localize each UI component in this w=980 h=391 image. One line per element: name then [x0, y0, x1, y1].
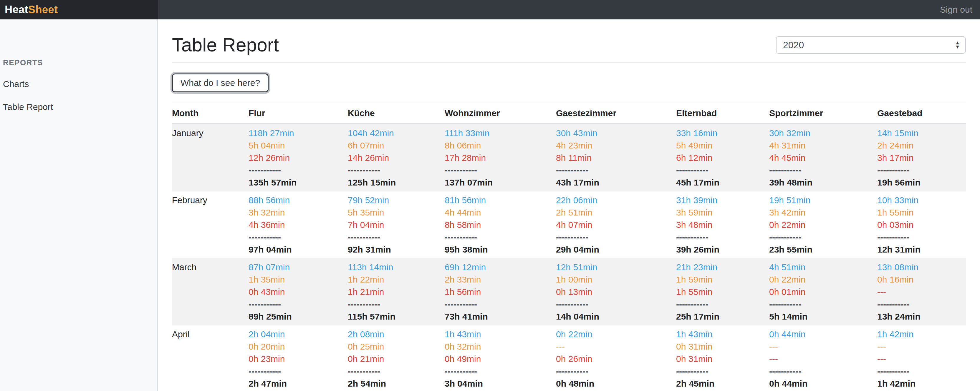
value-low: 4h 36min	[248, 219, 345, 231]
brand-logo-heat: Heat	[5, 3, 28, 16]
value-total: 2h 47min	[248, 377, 345, 390]
value-separator: -----------	[348, 231, 442, 244]
value-high: 31h 39min	[676, 194, 766, 206]
value-high: 4h 51min	[769, 261, 874, 274]
table-body: January118h 27min5h 04min12h 26min------…	[172, 124, 966, 391]
value-high: 30h 43min	[556, 127, 673, 139]
room-cell: 21h 23min1h 59min1h 55min-----------25h …	[676, 258, 769, 325]
value-low: 1h 21min	[348, 286, 442, 298]
value-high: 104h 42min	[348, 127, 442, 139]
room-cell: 22h 06min2h 51min4h 07min-----------29h …	[556, 191, 676, 258]
value-separator: -----------	[769, 164, 874, 176]
value-high: 0h 22min	[556, 328, 673, 340]
value-med: 5h 35min	[348, 206, 442, 219]
sidebar-item-charts[interactable]: Charts	[3, 79, 157, 89]
value-med: ---	[877, 340, 963, 353]
value-high: 1h 42min	[877, 328, 963, 340]
value-low: 3h 48min	[676, 219, 766, 231]
table-row: February88h 56min3h 32min4h 36min-------…	[172, 191, 966, 258]
value-separator: -----------	[556, 298, 673, 310]
value-med: 0h 25min	[348, 340, 442, 353]
value-separator: -----------	[348, 365, 442, 377]
sign-out-link[interactable]: Sign out	[940, 5, 972, 15]
report-table: Month Flur Küche Wohnzimmer Gaestezimmer…	[172, 103, 966, 391]
value-med: ---	[556, 340, 673, 353]
sidebar: REPORTS Charts Table Report	[0, 19, 158, 391]
value-separator: -----------	[445, 298, 553, 310]
brand-area: HeatSheet	[0, 0, 158, 19]
brand-logo[interactable]: HeatSheet	[5, 3, 58, 16]
value-low: 8h 58min	[445, 219, 553, 231]
value-separator: -----------	[556, 365, 673, 377]
room-cell: 87h 07min1h 35min0h 43min-----------89h …	[248, 258, 348, 325]
value-separator: -----------	[769, 365, 874, 377]
value-high: 118h 27min	[248, 127, 345, 139]
value-separator: -----------	[877, 231, 963, 244]
value-med: 3h 59min	[676, 206, 766, 219]
value-separator: -----------	[676, 231, 766, 244]
value-separator: -----------	[248, 164, 345, 176]
col-header-sportzimmer: Sportzimmer	[769, 103, 877, 124]
room-cell: 69h 12min2h 33min1h 56min-----------73h …	[445, 258, 556, 325]
room-cell: 30h 32min4h 31min4h 45min-----------39h …	[769, 124, 877, 191]
room-cell: 14h 15min2h 24min3h 17min-----------19h …	[877, 124, 966, 191]
info-button[interactable]: What do I see here?	[172, 73, 269, 92]
value-high: 14h 15min	[877, 127, 963, 139]
value-separator: -----------	[676, 164, 766, 176]
col-header-month: Month	[172, 103, 248, 124]
value-high: 22h 06min	[556, 194, 673, 206]
value-total: 95h 38min	[445, 244, 553, 256]
value-med: 0h 31min	[676, 340, 766, 353]
value-separator: -----------	[248, 231, 345, 244]
room-cell: 1h 43min0h 32min0h 49min-----------3h 04…	[445, 325, 556, 391]
col-header-wohnzimmer: Wohnzimmer	[445, 103, 556, 124]
value-med: 1h 35min	[248, 274, 345, 286]
value-separator: -----------	[769, 298, 874, 310]
value-high: 111h 33min	[445, 127, 553, 139]
top-navbar: HeatSheet Sign out	[0, 0, 980, 19]
value-high: 33h 16min	[676, 127, 766, 139]
value-low: 0h 26min	[556, 353, 673, 365]
value-separator: -----------	[445, 365, 553, 377]
value-separator: -----------	[248, 298, 345, 310]
value-low: 8h 11min	[556, 152, 673, 164]
value-total: 29h 04min	[556, 244, 673, 256]
value-separator: -----------	[877, 365, 963, 377]
value-total: 135h 57min	[248, 176, 345, 189]
value-med: 3h 42min	[769, 206, 874, 219]
value-separator: -----------	[248, 365, 345, 377]
value-separator: -----------	[676, 298, 766, 310]
value-med: 0h 22min	[769, 274, 874, 286]
value-total: 97h 04min	[248, 244, 345, 256]
divider	[172, 62, 966, 63]
year-select[interactable]: 2020 ▲▼	[776, 36, 966, 54]
room-cell: 31h 39min3h 59min3h 48min-----------39h …	[676, 191, 769, 258]
value-low: 0h 21min	[348, 353, 442, 365]
room-cell: 4h 51min0h 22min0h 01min-----------5h 14…	[769, 258, 877, 325]
value-separator: -----------	[877, 298, 963, 310]
value-low: 0h 22min	[769, 219, 874, 231]
value-total: 92h 31min	[348, 244, 442, 256]
month-cell: March	[172, 258, 248, 325]
value-total: 45h 17min	[676, 176, 766, 189]
value-total: 73h 41min	[445, 310, 553, 323]
room-cell: 1h 43min0h 31min0h 31min-----------2h 45…	[676, 325, 769, 391]
room-cell: 0h 22min---0h 26min-----------0h 48min	[556, 325, 676, 391]
value-med: 2h 33min	[445, 274, 553, 286]
select-arrows-icon: ▲▼	[955, 41, 960, 49]
value-low: 0h 43min	[248, 286, 345, 298]
value-high: 87h 07min	[248, 261, 345, 274]
sidebar-item-table-report[interactable]: Table Report	[3, 102, 157, 112]
value-high: 69h 12min	[445, 261, 553, 274]
value-total: 115h 57min	[348, 310, 442, 323]
value-high: 19h 51min	[769, 194, 874, 206]
value-separator: -----------	[676, 365, 766, 377]
col-header-gaestebad: Gaestebad	[877, 103, 966, 124]
table-row: January118h 27min5h 04min12h 26min------…	[172, 124, 966, 191]
value-low: ---	[769, 353, 874, 365]
value-low: 0h 13min	[556, 286, 673, 298]
table-row: April2h 04min0h 20min0h 23min-----------…	[172, 325, 966, 391]
value-high: 113h 14min	[348, 261, 442, 274]
value-total: 25h 17min	[676, 310, 766, 323]
value-high: 88h 56min	[248, 194, 345, 206]
